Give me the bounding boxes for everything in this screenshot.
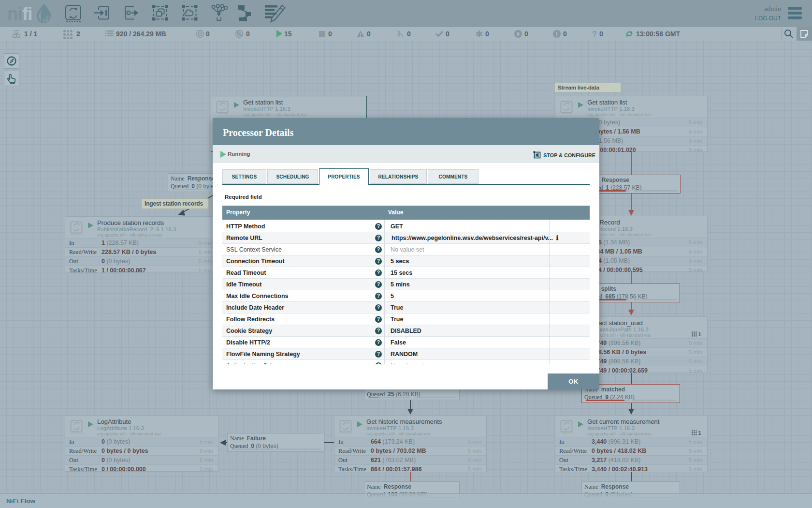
- svg-text:?: ?: [592, 30, 597, 38]
